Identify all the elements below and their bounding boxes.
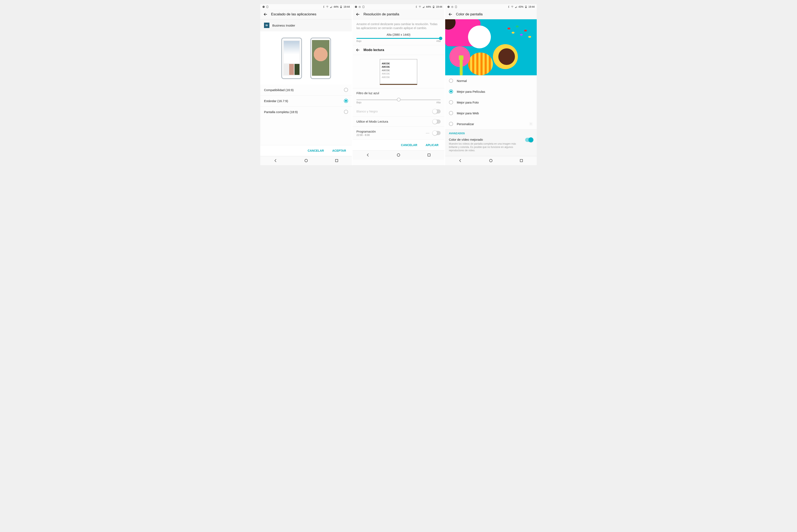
scaling-option[interactable]: Pantalla completa (18:9) xyxy=(260,107,352,117)
radio-button[interactable] xyxy=(449,111,453,115)
enhanced-video-desc: Muestre los vídeos de pantalla completa … xyxy=(449,142,523,152)
option-label: Personalizar xyxy=(457,122,529,126)
scaling-option[interactable]: Compatibilidad (16:9) xyxy=(260,84,352,95)
nav-bar xyxy=(260,156,352,165)
dnd-icon xyxy=(447,6,450,8)
svg-point-13 xyxy=(420,7,420,8)
scaling-option[interactable]: Estándar (16.7:9) xyxy=(260,95,352,106)
dnd-icon xyxy=(355,6,357,8)
wifi-icon xyxy=(511,6,513,8)
nav-home-icon[interactable] xyxy=(489,158,493,163)
radio-button[interactable] xyxy=(344,88,348,92)
subheader-reading: Modo lectura xyxy=(353,45,444,55)
nav-home-icon[interactable] xyxy=(304,158,308,163)
battery-icon xyxy=(340,6,342,8)
status-bar: 43% 19:44 xyxy=(445,4,537,10)
use-reading-row[interactable]: Utilice el Modo Lectura xyxy=(353,117,444,127)
action-bar: CANCELAR APLICAR xyxy=(353,139,444,150)
pane-app-scaling: 44% 19:44 Escalado de las aplicaciones B… xyxy=(260,4,352,165)
resolution-value: Alta (2880 x 1440) xyxy=(356,33,440,36)
enhanced-video-row[interactable]: Color de vídeo mejorado Muestre los víde… xyxy=(445,136,537,156)
enhanced-video-toggle[interactable] xyxy=(525,138,533,142)
radio-button[interactable] xyxy=(344,99,348,103)
apply-button[interactable]: APLICAR xyxy=(425,144,438,147)
svg-point-23 xyxy=(512,7,512,8)
pane-screen-color: 43% 19:44 Color de pantalla xyxy=(445,4,537,165)
more-icon[interactable]: ⋯ xyxy=(426,131,430,135)
svg-rect-8 xyxy=(336,159,338,162)
nav-recent-icon[interactable] xyxy=(335,158,339,163)
radio-button[interactable] xyxy=(449,100,453,104)
svg-rect-20 xyxy=(448,7,449,7)
back-icon[interactable] xyxy=(448,12,453,17)
svg-point-28 xyxy=(490,159,492,162)
resolution-slider-block: Alta (2880 x 1440) Bajo Alta xyxy=(353,32,444,45)
nav-recent-icon[interactable] xyxy=(427,153,431,157)
clock: 19:44 xyxy=(436,5,442,8)
color-option[interactable]: Normal xyxy=(445,75,537,86)
use-reading-toggle[interactable] xyxy=(433,119,441,124)
svg-point-3 xyxy=(327,7,328,8)
svg-rect-29 xyxy=(520,159,523,162)
battery-icon xyxy=(432,6,435,8)
svg-rect-6 xyxy=(341,6,341,6)
radio-button[interactable] xyxy=(449,90,453,94)
svg-rect-1 xyxy=(263,7,264,7)
signal-icon xyxy=(515,6,517,8)
blue-filter-slider[interactable] xyxy=(356,99,440,100)
color-option[interactable]: Mejor para Foto xyxy=(445,97,537,108)
page-title: Resolución de pantalla xyxy=(363,12,399,16)
nav-recent-icon[interactable] xyxy=(519,158,524,163)
nav-home-icon[interactable] xyxy=(396,153,401,157)
radio-button[interactable] xyxy=(344,110,348,114)
header: Escalado de las aplicaciones xyxy=(260,10,352,19)
back-icon[interactable] xyxy=(263,12,268,17)
reading-mode-preview: ABCDEABCDEABCDEABCDEABCDE xyxy=(353,55,444,88)
nav-bar xyxy=(353,150,444,159)
signal-icon xyxy=(422,6,425,8)
radio-button[interactable] xyxy=(449,79,453,83)
bw-toggle[interactable] xyxy=(433,109,441,114)
page-title: Escalado de las aplicaciones xyxy=(271,12,316,16)
option-label: Mejor para Películas xyxy=(457,90,533,93)
schedule-row[interactable]: Programación 22:00 - 6:00 ⋯ xyxy=(353,127,444,139)
bluetooth-icon xyxy=(415,6,417,8)
svg-rect-25 xyxy=(526,7,526,8)
color-option[interactable]: Mejor para Web xyxy=(445,108,537,118)
gear-icon[interactable] xyxy=(529,122,533,126)
nav-back-icon[interactable] xyxy=(458,158,462,163)
radio-button[interactable] xyxy=(449,122,453,126)
cancel-button[interactable]: CANCELAR xyxy=(308,149,324,152)
slider-high-label: Alta xyxy=(436,40,441,42)
app-row: BI Business Insider xyxy=(260,19,352,31)
alarm-icon xyxy=(358,6,361,8)
header: Resolución de pantalla xyxy=(353,10,444,19)
cancel-button[interactable]: CANCELAR xyxy=(401,144,417,147)
accept-button[interactable]: ACEPTAR xyxy=(332,149,346,152)
wifi-icon xyxy=(419,6,421,8)
advanced-section-label: AVANZADOS xyxy=(445,129,537,136)
color-option[interactable]: Mejor para Películas xyxy=(445,86,537,97)
battery-percent: 44% xyxy=(334,5,339,8)
preview-fullscreen xyxy=(310,38,331,79)
nav-back-icon[interactable] xyxy=(366,153,370,157)
sim-icon xyxy=(266,6,269,8)
slider-low-label: Bajo xyxy=(356,40,361,42)
svg-point-27 xyxy=(530,124,531,125)
slider-high-label: Alta xyxy=(436,101,441,104)
nav-bar xyxy=(445,156,537,165)
status-bar: 44% 19:44 xyxy=(260,4,352,10)
option-label: Estándar (16.7:9) xyxy=(264,99,344,103)
resolution-slider[interactable] xyxy=(356,38,440,39)
color-option[interactable]: Personalizar xyxy=(445,118,537,129)
nav-back-icon[interactable] xyxy=(273,158,278,163)
battery-icon xyxy=(525,6,527,8)
clock: 19:44 xyxy=(528,5,535,8)
battery-percent: 44% xyxy=(426,5,431,8)
back-icon[interactable] xyxy=(356,48,360,52)
schedule-toggle[interactable] xyxy=(433,131,441,135)
sim-icon xyxy=(362,6,365,8)
option-label: Pantalla completa (18:9) xyxy=(264,110,344,114)
back-icon[interactable] xyxy=(356,12,360,17)
action-bar: CANCELAR ACEPTAR xyxy=(260,145,352,156)
